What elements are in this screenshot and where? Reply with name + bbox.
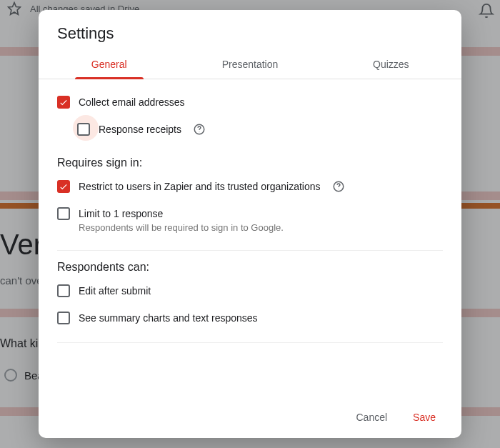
tab-quizzes[interactable]: Quizzes bbox=[321, 51, 461, 79]
checkbox-limit[interactable] bbox=[57, 207, 70, 220]
label-restrict: Restrict to users in Zapier and its trus… bbox=[79, 179, 321, 194]
modal-footer: Cancel Save bbox=[39, 399, 461, 438]
checkbox-restrict[interactable] bbox=[57, 180, 70, 193]
section-requires-signin: Requires sign in: bbox=[57, 156, 443, 169]
settings-body: Collect email addresses Response receipt… bbox=[39, 79, 461, 399]
tab-general[interactable]: General bbox=[39, 51, 179, 79]
divider bbox=[57, 250, 443, 251]
tab-presentation[interactable]: Presentation bbox=[179, 51, 320, 79]
checkbox-edit-after[interactable] bbox=[57, 284, 70, 297]
label-collect-email: Collect email addresses bbox=[79, 95, 185, 109]
divider bbox=[57, 342, 443, 343]
label-limit: Limit to 1 response bbox=[79, 206, 284, 221]
cancel-button[interactable]: Cancel bbox=[351, 411, 391, 424]
label-see-summary: See summary charts and text responses bbox=[79, 311, 258, 325]
checkbox-response-receipts[interactable] bbox=[77, 123, 90, 136]
checkbox-collect-email[interactable] bbox=[57, 96, 70, 109]
label-response-receipts: Response receipts bbox=[99, 122, 181, 136]
settings-modal: Settings General Presentation Quizzes Co… bbox=[39, 10, 461, 438]
help-icon[interactable] bbox=[193, 123, 206, 136]
svg-point-4 bbox=[338, 189, 339, 189]
section-respondents-can: Respondents can: bbox=[57, 261, 443, 274]
help-icon[interactable] bbox=[332, 180, 345, 193]
modal-title: Settings bbox=[39, 10, 461, 51]
save-button[interactable]: Save bbox=[409, 411, 440, 424]
label-edit-after: Edit after submit bbox=[79, 284, 151, 298]
tabs: General Presentation Quizzes bbox=[39, 51, 461, 79]
checkbox-see-summary[interactable] bbox=[57, 312, 70, 324]
label-limit-sub: Respondents will be required to sign in … bbox=[79, 222, 284, 233]
svg-point-2 bbox=[199, 131, 200, 132]
